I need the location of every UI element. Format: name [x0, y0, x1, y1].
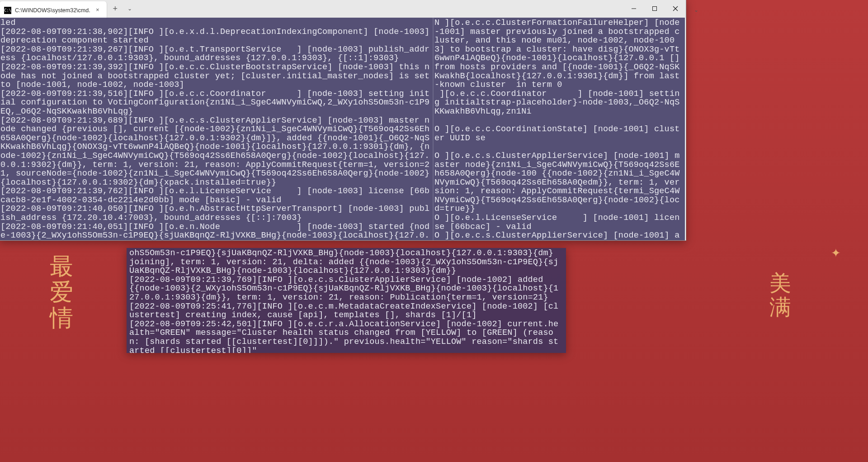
tab-dropdown-button[interactable]: ⌄: [123, 0, 136, 18]
maximize-icon: [652, 6, 657, 11]
tab-dropdown-icon[interactable]: ⌄: [691, 5, 702, 15]
wallpaper-star-icon: ✦: [831, 247, 841, 260]
maximize-button[interactable]: [644, 0, 665, 18]
minimize-icon: [631, 6, 637, 11]
svg-rect-1: [653, 7, 657, 11]
wallpaper-text-right: 美 满: [769, 271, 791, 319]
close-icon: [673, 6, 678, 11]
terminal-pane-bottom[interactable]: ohS5Om53n-c1P9EQ}{sjUaKBqnQZ-RljVXKB_BHg…: [127, 248, 566, 353]
tab-cmd[interactable]: C:\ C:\WINDOWS\system32\cmd. ×: [0, 1, 107, 19]
terminal-pane-right[interactable]: N ][o.e.c.c.ClusterFormationFailureHelpe…: [434, 18, 685, 240]
cmd-icon: C:\: [4, 7, 11, 14]
terminal-pane-left[interactable]: led [2022-08-09T09:21:38,902][INFO ][o.e…: [0, 18, 434, 240]
new-tab-button[interactable]: +: [107, 0, 123, 18]
titlebar[interactable]: C:\ C:\WINDOWS\system32\cmd. × + ⌄: [0, 0, 686, 18]
wallpaper-text-left: 最 爱 情: [50, 253, 74, 331]
minimize-button[interactable]: [623, 0, 644, 18]
terminal-window: C:\ C:\WINDOWS\system32\cmd. × + ⌄ led […: [0, 0, 686, 241]
tab-close-button[interactable]: ×: [94, 7, 101, 14]
tab-title: C:\WINDOWS\system32\cmd.: [15, 7, 90, 14]
close-button[interactable]: [665, 0, 686, 18]
